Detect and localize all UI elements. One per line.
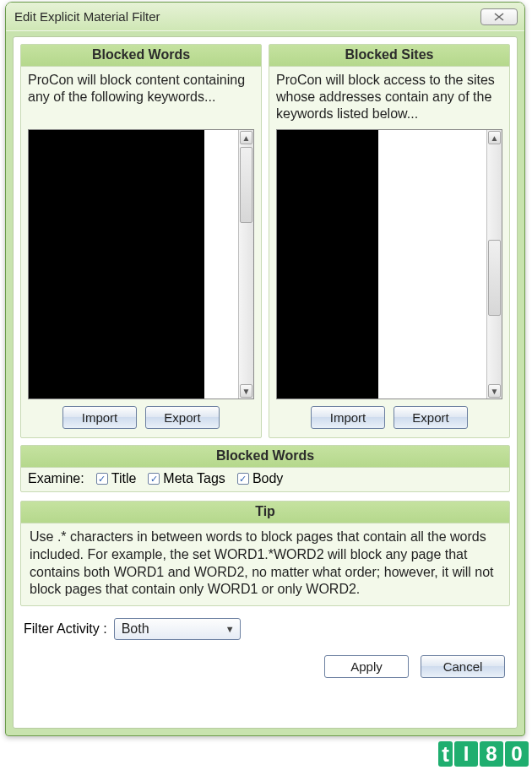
scroll-down-icon[interactable]: ▼ bbox=[240, 384, 252, 398]
examine-row: Examine: ✓ Title ✓ Meta Tags ✓ Body bbox=[21, 468, 509, 491]
checkmark-icon: ✓ bbox=[237, 473, 249, 485]
top-panels-row: Blocked Words ProCon will block content … bbox=[20, 44, 510, 438]
examine-title-label: Title bbox=[111, 471, 137, 486]
examine-title-checkbox[interactable]: ✓ Title bbox=[96, 471, 137, 486]
watermark-8: 8 bbox=[480, 741, 503, 767]
dialog-buttons: Apply Cancel bbox=[20, 655, 510, 678]
scroll-down-icon[interactable]: ▼ bbox=[488, 384, 501, 398]
tip-heading: Tip bbox=[21, 502, 509, 523]
chevron-down-icon: ▼ bbox=[225, 624, 235, 634]
blocked-sites-heading: Blocked Sites bbox=[269, 45, 509, 67]
blocked-words-buttons: Import Export bbox=[28, 406, 254, 429]
window-title: Edit Explicit Material Filter bbox=[14, 9, 480, 24]
examine-body-checkbox[interactable]: ✓ Body bbox=[237, 471, 283, 486]
checkmark-icon: ✓ bbox=[96, 473, 108, 485]
blocked-words-body: ProCon will block content containing any… bbox=[21, 67, 261, 437]
tip-panel: Tip Use .* characters in between words t… bbox=[20, 501, 510, 606]
watermark-logo: t I 8 0 bbox=[438, 741, 529, 767]
blocked-words-heading: Blocked Words bbox=[21, 45, 261, 67]
examine-body-label: Body bbox=[252, 471, 283, 486]
watermark-i: I bbox=[454, 741, 478, 767]
dialog-window: Edit Explicit Material Filter Blocked Wo… bbox=[5, 2, 525, 736]
blocked-sites-import-button[interactable]: Import bbox=[311, 406, 385, 429]
blocked-sites-export-button[interactable]: Export bbox=[394, 406, 468, 429]
filter-activity-value: Both bbox=[122, 621, 149, 637]
blocked-words-import-button[interactable]: Import bbox=[62, 406, 137, 429]
scroll-thumb[interactable] bbox=[240, 147, 252, 223]
scroll-up-icon[interactable]: ▲ bbox=[240, 131, 252, 144]
blocked-sites-buttons: Import Export bbox=[276, 406, 502, 429]
blocked-sites-list[interactable]: ▲ ▼ bbox=[276, 129, 502, 399]
blocked-words-list-content bbox=[29, 130, 204, 399]
close-button[interactable] bbox=[480, 8, 518, 25]
examine-meta-label: Meta Tags bbox=[163, 471, 225, 486]
client-area: Blocked Words ProCon will block content … bbox=[13, 36, 518, 729]
tip-text: Use .* characters in between words to bl… bbox=[21, 523, 509, 605]
blocked-sites-description: ProCon will block access to the sites wh… bbox=[276, 72, 502, 124]
examine-heading: Blocked Words bbox=[21, 446, 509, 468]
blocked-sites-list-content bbox=[277, 130, 378, 399]
blocked-words-scrollbar[interactable]: ▲ ▼ bbox=[238, 130, 253, 399]
filter-activity-row: Filter Activity : Both ▼ bbox=[20, 618, 510, 640]
blocked-words-description: ProCon will block content containing any… bbox=[28, 72, 254, 124]
close-icon bbox=[493, 13, 505, 21]
watermark-0: 0 bbox=[505, 741, 529, 767]
examine-meta-checkbox[interactable]: ✓ Meta Tags bbox=[148, 471, 225, 486]
cancel-button[interactable]: Cancel bbox=[421, 655, 505, 678]
blocked-sites-body: ProCon will block access to the sites wh… bbox=[269, 67, 509, 437]
checkmark-icon: ✓ bbox=[148, 473, 160, 485]
scroll-thumb[interactable] bbox=[488, 240, 501, 316]
blocked-sites-panel: Blocked Sites ProCon will block access t… bbox=[269, 44, 510, 438]
apply-button[interactable]: Apply bbox=[324, 655, 409, 678]
blocked-words-list-empty bbox=[204, 130, 238, 399]
blocked-words-panel: Blocked Words ProCon will block content … bbox=[20, 44, 262, 438]
blocked-sites-scrollbar[interactable]: ▲ ▼ bbox=[486, 130, 502, 399]
examine-panel: Blocked Words Examine: ✓ Title ✓ Meta Ta… bbox=[20, 445, 510, 492]
scroll-up-icon[interactable]: ▲ bbox=[488, 131, 501, 144]
filter-activity-label: Filter Activity : bbox=[24, 621, 107, 637]
filter-activity-select[interactable]: Both ▼ bbox=[114, 618, 241, 640]
examine-label: Examine: bbox=[28, 471, 84, 486]
blocked-words-export-button[interactable]: Export bbox=[145, 406, 220, 429]
titlebar: Edit Explicit Material Filter bbox=[6, 3, 524, 31]
watermark-t: t bbox=[438, 741, 453, 767]
blocked-words-list[interactable]: ▲ ▼ bbox=[28, 129, 254, 399]
blocked-sites-list-empty bbox=[378, 130, 486, 399]
